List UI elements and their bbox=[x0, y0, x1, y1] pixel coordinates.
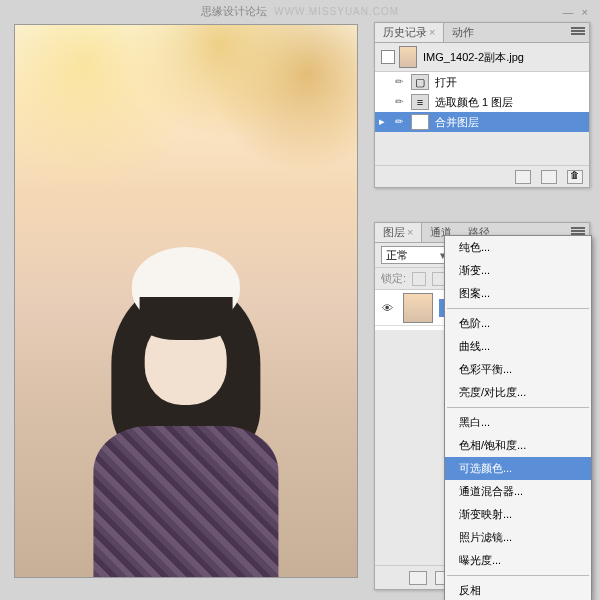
tab-history[interactable]: 历史记录× bbox=[375, 23, 444, 42]
lock-label: 锁定: bbox=[381, 271, 406, 286]
menu-item[interactable]: 渐变映射... bbox=[445, 503, 591, 526]
document-image bbox=[15, 25, 357, 577]
history-flag[interactable] bbox=[379, 75, 393, 89]
watermark-text: 思缘设计论坛 bbox=[201, 5, 267, 17]
history-step-icon: ▢ bbox=[411, 74, 429, 90]
watermark: 思缘设计论坛 WWW.MISSYUAN.COM bbox=[201, 4, 399, 19]
link-layers-button[interactable] bbox=[409, 571, 427, 585]
menu-item[interactable]: 曝光度... bbox=[445, 549, 591, 572]
history-list: ▢ 打开 ≡ 选取颜色 1 图层 ▸ ≡ 合并图层 bbox=[375, 72, 589, 132]
lock-transparency-icon[interactable] bbox=[412, 272, 426, 286]
watermark-url: WWW.MISSYUAN.COM bbox=[274, 6, 399, 17]
document-canvas[interactable] bbox=[14, 24, 358, 578]
menu-item[interactable]: 反相 bbox=[445, 579, 591, 600]
image-foliage bbox=[15, 25, 357, 218]
close-button[interactable]: × bbox=[582, 6, 588, 18]
layer-thumbnail[interactable] bbox=[403, 293, 433, 323]
history-flag[interactable] bbox=[379, 95, 393, 109]
history-step-icon: ≡ bbox=[411, 114, 429, 130]
menu-separator bbox=[447, 308, 589, 309]
history-brush-icon bbox=[395, 95, 409, 109]
file-thumbnail bbox=[399, 46, 417, 68]
adjustment-context-menu: 纯色...渐变...图案...色阶...曲线...色彩平衡...亮度/对比度..… bbox=[444, 235, 592, 600]
menu-separator bbox=[447, 575, 589, 576]
tab-close-icon[interactable]: × bbox=[429, 26, 435, 38]
visibility-icon[interactable]: 👁 bbox=[377, 302, 397, 314]
figure-bangs bbox=[140, 297, 232, 340]
tab-layers[interactable]: 图层× bbox=[375, 223, 422, 242]
menu-item[interactable]: 曲线... bbox=[445, 335, 591, 358]
menu-item[interactable]: 通道混合器... bbox=[445, 480, 591, 503]
history-step-label: 选取颜色 1 图层 bbox=[435, 95, 513, 110]
panel-menu-icon[interactable] bbox=[571, 27, 585, 37]
new-state-button[interactable] bbox=[541, 170, 557, 184]
history-item[interactable]: ≡ 选取颜色 1 图层 bbox=[375, 92, 589, 112]
menu-item[interactable]: 图案... bbox=[445, 282, 591, 305]
history-panel: 历史记录× 动作 IMG_1402-2副本.jpg ▢ 打开 ≡ 选取颜色 1 … bbox=[374, 22, 590, 188]
tab-close-icon[interactable]: × bbox=[407, 226, 413, 238]
menu-item[interactable]: 纯色... bbox=[445, 236, 591, 259]
figure-scarf bbox=[94, 426, 279, 577]
image-figure bbox=[58, 218, 315, 577]
minimize-button[interactable]: — bbox=[563, 6, 574, 18]
tab-actions[interactable]: 动作 bbox=[444, 23, 482, 42]
menu-item[interactable]: 亮度/对比度... bbox=[445, 381, 591, 404]
menu-item[interactable]: 黑白... bbox=[445, 411, 591, 434]
delete-button[interactable] bbox=[567, 170, 583, 184]
history-step-label: 合并图层 bbox=[435, 115, 479, 130]
filename-label: IMG_1402-2副本.jpg bbox=[423, 50, 524, 65]
menu-item[interactable]: 照片滤镜... bbox=[445, 526, 591, 549]
blend-mode-select[interactable]: 正常 bbox=[381, 246, 451, 264]
new-snapshot-button[interactable] bbox=[515, 170, 531, 184]
menu-item[interactable]: 色阶... bbox=[445, 312, 591, 335]
history-tabs: 历史记录× 动作 bbox=[375, 23, 589, 43]
history-footer bbox=[375, 165, 589, 187]
history-flag[interactable]: ▸ bbox=[379, 115, 393, 129]
history-file-row[interactable]: IMG_1402-2副本.jpg bbox=[375, 43, 589, 72]
history-brush-icon bbox=[395, 115, 409, 129]
history-step-label: 打开 bbox=[435, 75, 457, 90]
document-icon bbox=[381, 50, 395, 64]
history-step-icon: ≡ bbox=[411, 94, 429, 110]
menu-item[interactable]: 渐变... bbox=[445, 259, 591, 282]
menu-item[interactable]: 色相/饱和度... bbox=[445, 434, 591, 457]
history-brush-icon bbox=[395, 75, 409, 89]
history-item[interactable]: ▢ 打开 bbox=[375, 72, 589, 92]
menu-item[interactable]: 可选颜色... bbox=[445, 457, 591, 480]
menu-separator bbox=[447, 407, 589, 408]
window-controls: — × bbox=[563, 6, 588, 18]
menu-item[interactable]: 色彩平衡... bbox=[445, 358, 591, 381]
history-item-selected[interactable]: ▸ ≡ 合并图层 bbox=[375, 112, 589, 132]
